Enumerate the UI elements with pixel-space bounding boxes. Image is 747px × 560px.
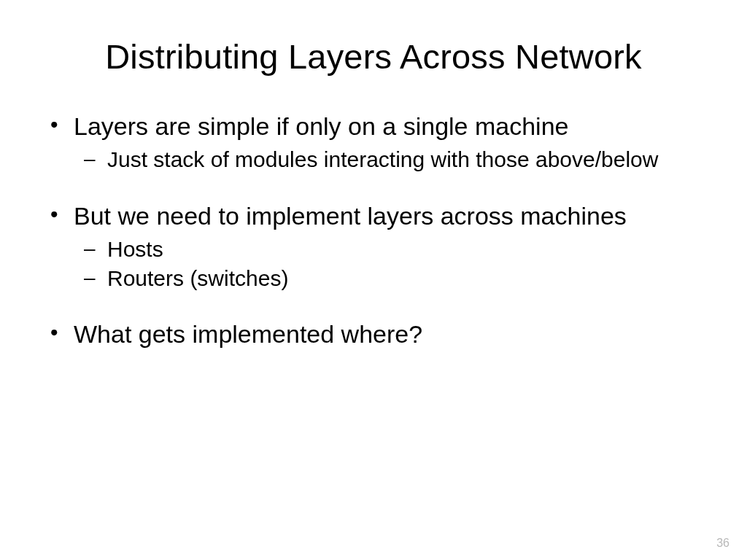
sub-bullet-item: Hosts (74, 236, 707, 263)
bullet-item: What gets implemented where? (40, 319, 707, 349)
slide: Distributing Layers Across Network Layer… (0, 0, 747, 560)
bullet-text: But we need to implement layers across m… (74, 202, 627, 230)
bullet-item: Layers are simple if only on a single ma… (40, 112, 707, 174)
page-number: 36 (716, 537, 729, 550)
slide-title: Distributing Layers Across Network (40, 36, 707, 77)
slide-content: Layers are simple if only on a single ma… (40, 112, 707, 350)
sub-bullet-item: Routers (switches) (74, 265, 707, 292)
bullet-text: Layers are simple if only on a single ma… (74, 112, 568, 140)
sub-bullet-list: Just stack of modules interacting with t… (74, 146, 707, 174)
bullet-text: What gets implemented where? (74, 320, 422, 348)
bullet-item: But we need to implement layers across m… (40, 201, 707, 292)
sub-bullet-item: Just stack of modules interacting with t… (74, 146, 707, 174)
sub-bullet-list: Hosts Routers (switches) (74, 236, 707, 292)
bullet-list: Layers are simple if only on a single ma… (40, 112, 707, 350)
